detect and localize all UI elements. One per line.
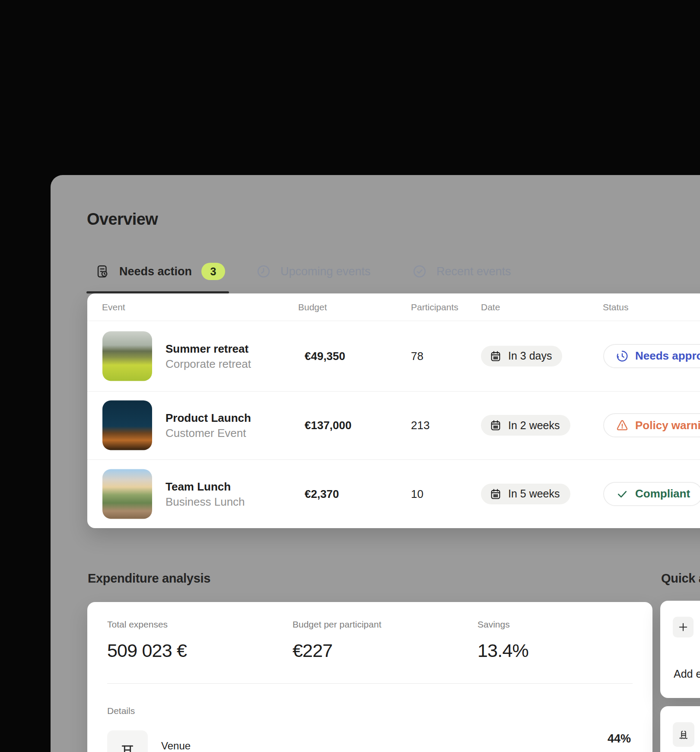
stat-value: 13.4% xyxy=(477,640,528,661)
plus-icon-box[interactable] xyxy=(673,617,694,637)
participants-cell: 213 xyxy=(411,419,430,432)
date-label: In 3 days xyxy=(508,350,552,362)
tab-recent-events[interactable]: Recent events xyxy=(412,261,511,282)
event-title: Team Lunch xyxy=(165,479,245,494)
status-label: Compliant xyxy=(635,487,690,500)
date-chip: In 5 weeks xyxy=(481,484,570,504)
pending-clock-icon xyxy=(616,350,629,363)
quick-actions-title: Quick actions xyxy=(661,571,700,586)
budget-cell: €49,350 xyxy=(305,349,345,363)
date-chip: In 3 days xyxy=(481,346,562,366)
calendar-icon xyxy=(490,488,502,500)
event-subtitle: Corporate retreat xyxy=(165,357,251,371)
stat-budget-per-participant: Budget per participant €227 xyxy=(293,619,381,661)
status-badge-needs-approval[interactable]: Needs approval xyxy=(603,344,700,368)
event-thumbnail xyxy=(102,401,152,450)
participants-cell: 78 xyxy=(411,349,423,363)
pool-ladder-icon xyxy=(678,729,690,741)
detail-row-venue[interactable]: Venue 44% 226 000€ xyxy=(107,730,631,752)
detail-percent: 44% xyxy=(588,732,631,746)
stat-value: 509 023 € xyxy=(107,640,187,661)
event-title: Product Launch xyxy=(165,410,251,426)
details-label: Details xyxy=(107,706,135,716)
table-header: Event Budget Participants Date Status xyxy=(87,293,700,321)
needs-action-count-badge: 3 xyxy=(201,263,225,280)
tab-label: Upcoming events xyxy=(280,265,371,278)
status-label: Policy warning xyxy=(635,419,700,432)
event-thumbnail xyxy=(102,331,152,381)
participants-cell: 10 xyxy=(411,487,423,500)
stat-total-expenses: Total expenses 509 023 € xyxy=(107,619,187,661)
event-title: Summer retreat xyxy=(165,341,251,357)
check-circle-icon xyxy=(412,264,427,279)
stat-value: €227 xyxy=(293,640,381,661)
check-icon xyxy=(616,488,629,500)
column-header-status: Status xyxy=(603,293,629,321)
quick-action-card[interactable] xyxy=(660,706,700,752)
tab-needs-action[interactable]: Needs action 3 xyxy=(95,261,225,282)
stat-label: Total expenses xyxy=(107,619,187,630)
event-thumbnail xyxy=(102,469,152,519)
pool-ladder-icon-box[interactable] xyxy=(673,722,694,747)
plus-icon xyxy=(677,621,689,633)
app-screenshot: Overview Needs action 3 Upcoming events xyxy=(0,0,700,752)
table-row-summer-retreat[interactable]: Summer retreat Corporate retreat €49,350… xyxy=(87,321,700,391)
venue-building-icon xyxy=(119,742,136,752)
tab-upcoming-events[interactable]: Upcoming events xyxy=(256,261,371,282)
stat-label: Budget per participant xyxy=(293,619,381,630)
status-badge-policy-warning[interactable]: Policy warning xyxy=(603,413,700,437)
column-header-event: Event xyxy=(102,293,125,321)
status-label: Needs approval xyxy=(635,349,700,363)
column-header-participants: Participants xyxy=(411,293,458,321)
column-header-budget: Budget xyxy=(298,293,327,321)
event-subtitle: Customer Event xyxy=(165,426,251,440)
stat-label: Savings xyxy=(477,619,528,630)
calendar-icon xyxy=(490,350,502,362)
tab-label: Recent events xyxy=(436,265,511,278)
detail-amount: 226 000€ xyxy=(588,750,631,752)
event-subtitle: Business Lunch xyxy=(165,494,245,509)
date-label: In 2 weeks xyxy=(508,419,560,432)
column-header-date: Date xyxy=(481,293,500,321)
tab-label: Needs action xyxy=(119,265,192,278)
detail-name: Venue xyxy=(161,740,191,752)
table-row-product-launch[interactable]: Product Launch Customer Event €137,000 2… xyxy=(87,391,700,459)
stat-savings: Savings 13.4% xyxy=(477,619,528,661)
expenditure-analysis-card: Total expenses 509 023 € Budget per part… xyxy=(87,602,652,752)
date-label: In 5 weeks xyxy=(508,488,560,500)
divider xyxy=(107,683,633,684)
file-clock-icon xyxy=(95,264,110,279)
date-chip: In 2 weeks xyxy=(481,415,570,436)
clock-icon xyxy=(256,264,271,279)
expenditure-analysis-title: Expenditure analysis xyxy=(88,571,210,586)
warning-triangle-icon xyxy=(616,419,629,432)
venue-icon-box xyxy=(107,730,148,752)
needs-action-table: Event Budget Participants Date Status Su… xyxy=(87,293,700,528)
quick-action-label: Add event xyxy=(674,668,700,680)
status-badge-compliant[interactable]: Compliant xyxy=(603,482,700,506)
page-title: Overview xyxy=(87,210,158,229)
table-row-team-lunch[interactable]: Team Lunch Business Lunch €2,370 10 In 5… xyxy=(87,459,700,528)
quick-action-add-event-card[interactable]: Add event xyxy=(660,601,700,698)
budget-cell: €137,000 xyxy=(305,419,351,432)
budget-cell: €2,370 xyxy=(305,487,339,500)
calendar-icon xyxy=(490,419,502,431)
